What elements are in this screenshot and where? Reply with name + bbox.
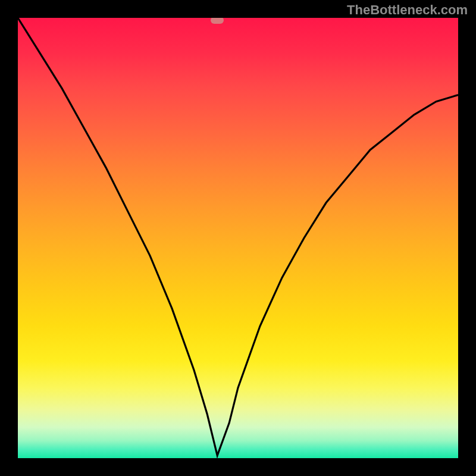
plot-area (18, 18, 458, 458)
chart-container: TheBottleneck.com (0, 0, 476, 476)
watermark-text: TheBottleneck.com (347, 2, 468, 18)
optimal-point-marker (211, 18, 224, 24)
bottleneck-curve (18, 18, 458, 458)
